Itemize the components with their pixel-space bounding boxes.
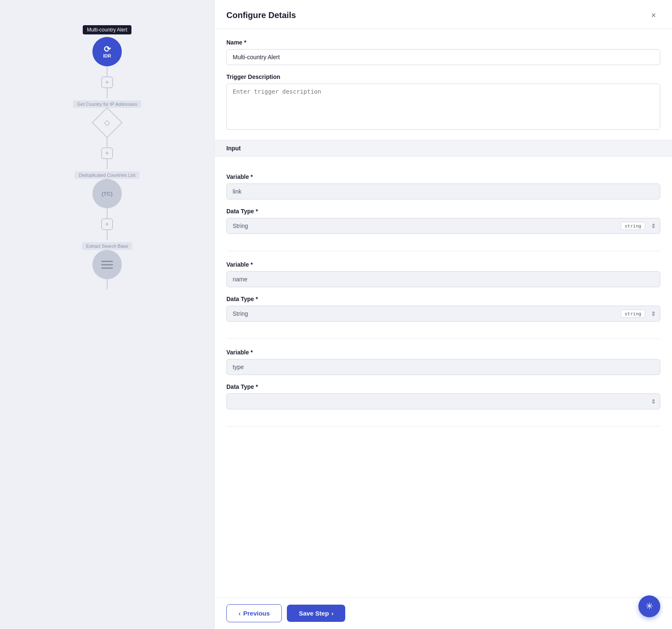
- close-button[interactable]: ×: [647, 8, 660, 22]
- variable-1-field: Variable *: [226, 173, 660, 199]
- datatype-3-select[interactable]: [226, 393, 660, 409]
- variable-1-input[interactable]: [226, 183, 660, 199]
- variable-2-field: Variable *: [226, 261, 660, 287]
- variable-3-field: Variable *: [226, 349, 660, 375]
- decision-node[interactable]: ◇: [92, 108, 122, 137]
- idr-node[interactable]: ⟳ IDR: [92, 37, 122, 66]
- datatype-2-wrapper: String string ⇕: [226, 306, 660, 322]
- variable-1-label: Variable *: [226, 173, 660, 180]
- config-panel: Configure Details × Name * Trigger Descr…: [214, 0, 672, 629]
- config-body: Name * Trigger Description Input Variabl…: [215, 29, 672, 597]
- trigger-desc-input[interactable]: [226, 84, 660, 130]
- variable-group-1: Variable * Data Type * String string ⇕: [226, 165, 660, 251]
- connector-6: [107, 230, 108, 240]
- diamond-icon: ◇: [104, 118, 110, 127]
- dedup-group: Deduplicated Countries List (TC): [75, 169, 140, 208]
- tc-label: (TC): [102, 191, 113, 197]
- variable-group-2: Variable * Data Type * String string ⇕: [226, 253, 660, 339]
- line-icon-3: [101, 267, 113, 269]
- idr-icon: ⟳: [104, 45, 111, 53]
- connector-4: [107, 159, 108, 169]
- datatype-2-badge: string: [621, 310, 645, 318]
- connector-3: [107, 137, 108, 147]
- node-tooltip: Multi-country Alert: [83, 25, 131, 34]
- help-button[interactable]: ✳: [638, 595, 660, 617]
- datatype-1-select[interactable]: String: [226, 218, 660, 234]
- datatype-2-label: Data Type *: [226, 296, 660, 302]
- previous-button[interactable]: ‹ Previous: [226, 604, 282, 622]
- name-input[interactable]: [226, 49, 660, 65]
- connector-2: [107, 88, 108, 98]
- trigger-desc-field-group: Trigger Description: [226, 73, 660, 131]
- datatype-2-field: Data Type * String string ⇕: [226, 296, 660, 322]
- variable-3-label: Variable *: [226, 349, 660, 356]
- add-step-3[interactable]: +: [101, 218, 113, 230]
- connector-1: [107, 66, 108, 76]
- dedup-label: Deduplicated Countries List: [75, 171, 140, 179]
- variable-2-label: Variable *: [226, 261, 660, 268]
- name-field-group: Name *: [226, 39, 660, 65]
- name-label: Name *: [226, 39, 660, 46]
- datatype-3-label: Data Type *: [226, 383, 660, 390]
- extract-node[interactable]: [92, 250, 122, 279]
- datatype-1-label: Data Type *: [226, 208, 660, 215]
- datatype-1-wrapper: String string ⇕: [226, 218, 660, 234]
- config-header: Configure Details ×: [215, 0, 672, 29]
- canvas-panel: Multi-country Alert ⟳ IDR + Get Country …: [0, 0, 214, 629]
- get-country-group: Get Country for IP Addresses ◇: [73, 98, 142, 137]
- add-step-2[interactable]: +: [101, 147, 113, 159]
- variable-3-input[interactable]: [226, 359, 660, 375]
- datatype-1-field: Data Type * String string ⇕: [226, 208, 660, 234]
- datatype-2-select[interactable]: String: [226, 306, 660, 322]
- diamond-shape: ◇: [92, 107, 123, 138]
- idr-label: IDR: [103, 53, 111, 58]
- connector-7: [107, 279, 108, 289]
- datatype-3-wrapper: ⇕: [226, 393, 660, 409]
- extract-group: Extract Search Base: [82, 240, 132, 279]
- help-icon: ✳: [646, 601, 653, 612]
- input-section-label: Input: [226, 145, 241, 152]
- save-chevron-icon: ›: [331, 610, 333, 617]
- line-icon-1: [101, 261, 113, 262]
- trigger-desc-label: Trigger Description: [226, 73, 660, 80]
- previous-label: Previous: [243, 610, 270, 617]
- connector-5: [107, 208, 108, 218]
- datatype-3-field: Data Type * ⇕: [226, 383, 660, 409]
- line-icon-2: [101, 264, 113, 265]
- variable-2-input[interactable]: [226, 271, 660, 287]
- config-footer: ‹ Previous Save Step ›: [215, 597, 672, 629]
- extract-label: Extract Search Base: [82, 242, 132, 250]
- variable-group-3: Variable * Data Type * ⇕: [226, 341, 660, 427]
- workflow-container: Multi-country Alert ⟳ IDR + Get Country …: [73, 25, 142, 289]
- previous-chevron-icon: ‹: [239, 610, 241, 617]
- save-step-button[interactable]: Save Step ›: [287, 605, 345, 622]
- save-label: Save Step: [299, 610, 329, 617]
- config-title: Configure Details: [226, 10, 296, 20]
- idr-node-group: Multi-country Alert ⟳ IDR: [83, 25, 131, 66]
- datatype-1-badge: string: [621, 222, 645, 230]
- tc-node[interactable]: (TC): [92, 179, 122, 208]
- input-section-divider: Input: [215, 140, 672, 157]
- add-step-1[interactable]: +: [101, 76, 113, 88]
